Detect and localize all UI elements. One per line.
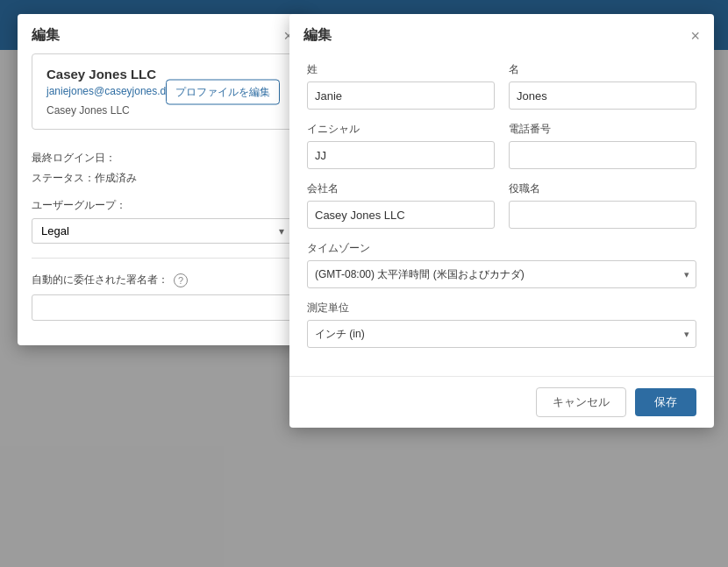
modal-right-close-button[interactable]: × bbox=[690, 28, 700, 44]
timezone-label: タイムゾーン bbox=[307, 241, 696, 256]
save-button[interactable]: 保存 bbox=[635, 388, 696, 416]
auto-assign-label: 自動的に委任された署名者： ? bbox=[32, 273, 293, 287]
status-row: ステータス：作成済み bbox=[32, 171, 293, 186]
modal-left-title: 編集 bbox=[32, 26, 60, 45]
first-name-label: 名 bbox=[509, 62, 696, 77]
modal-edit-right: 編集 × 姓 名 イニシャル 電話番号 bbox=[289, 14, 714, 428]
modal-edit-left: 編集 × Casey Jones LLC janiejones@caseyjon… bbox=[18, 14, 307, 345]
form-col-lastname: 姓 bbox=[307, 62, 495, 110]
auto-assign-input[interactable] bbox=[32, 294, 293, 321]
form-col-phone: 電話番号 bbox=[509, 122, 696, 169]
profile-sub-company: Casey Jones LLC bbox=[46, 104, 278, 117]
modal-left-body: 最終ログイン日： ステータス：作成済み ユーザーグループ： Legal Admi… bbox=[18, 144, 307, 328]
modal-left-header: 編集 × bbox=[18, 14, 307, 53]
form-col-timezone: タイムゾーン (GMT-08:00) 太平洋時間 (米国およびカナダ) (GMT… bbox=[307, 241, 696, 288]
modal-right-header: 編集 × bbox=[289, 14, 714, 53]
form-col-jobtitle: 役職名 bbox=[509, 181, 696, 229]
company-label: 会社名 bbox=[307, 181, 495, 196]
first-name-input[interactable] bbox=[509, 82, 696, 110]
edit-profile-button[interactable]: プロファイルを編集 bbox=[166, 79, 280, 104]
form-col-initials: イニシャル bbox=[307, 122, 495, 169]
phone-input[interactable] bbox=[509, 141, 696, 169]
auto-assign-text: 自動的に委任された署名者： bbox=[32, 273, 168, 287]
status-label: ステータス：作成済み bbox=[32, 172, 137, 184]
cancel-button[interactable]: キャンセル bbox=[536, 387, 626, 417]
measurement-label: 測定単位 bbox=[307, 301, 696, 315]
last-login-row: 最終ログイン日： bbox=[32, 151, 293, 166]
timezone-select-wrapper: (GMT-08:00) 太平洋時間 (米国およびカナダ) (GMT-05:00)… bbox=[307, 260, 696, 288]
form-row-measurement: 測定単位 インチ (in) センチメートル (cm) ▾ bbox=[307, 301, 696, 348]
form-col-measurement: 測定単位 インチ (in) センチメートル (cm) ▾ bbox=[307, 301, 696, 348]
form-row-name: 姓 名 bbox=[307, 62, 696, 110]
company-input[interactable] bbox=[307, 201, 495, 229]
modal-right-footer: キャンセル 保存 bbox=[289, 376, 714, 428]
measurement-select[interactable]: インチ (in) センチメートル (cm) bbox=[307, 320, 696, 348]
phone-label: 電話番号 bbox=[509, 122, 696, 137]
job-title-input[interactable] bbox=[509, 201, 696, 229]
timezone-select[interactable]: (GMT-08:00) 太平洋時間 (米国およびカナダ) (GMT-05:00)… bbox=[307, 260, 696, 288]
profile-card: Casey Jones LLC janiejones@caseyjones.do… bbox=[32, 53, 293, 130]
form-col-company: 会社名 bbox=[307, 181, 495, 229]
last-login-label: 最終ログイン日： bbox=[32, 152, 116, 164]
measurement-select-wrapper: インチ (in) センチメートル (cm) ▾ bbox=[307, 320, 696, 348]
initials-label: イニシャル bbox=[307, 122, 495, 137]
form-col-firstname: 名 bbox=[509, 62, 696, 110]
info-icon[interactable]: ? bbox=[174, 273, 188, 287]
user-group-select-wrapper: Legal Admin Finance HR ▾ bbox=[32, 218, 293, 244]
divider bbox=[32, 258, 293, 259]
last-name-input[interactable] bbox=[307, 82, 495, 110]
user-group-label: ユーザーグループ： bbox=[32, 198, 293, 213]
form-row-initials-phone: イニシャル 電話番号 bbox=[307, 122, 696, 169]
job-title-label: 役職名 bbox=[509, 181, 696, 196]
initials-input[interactable] bbox=[307, 141, 495, 169]
user-group-select[interactable]: Legal Admin Finance HR bbox=[32, 218, 293, 244]
form-row-company-job: 会社名 役職名 bbox=[307, 181, 696, 229]
modal-right-title: 編集 bbox=[303, 26, 332, 45]
form-row-timezone: タイムゾーン (GMT-08:00) 太平洋時間 (米国およびカナダ) (GMT… bbox=[307, 241, 696, 288]
last-name-label: 姓 bbox=[307, 62, 495, 77]
form-grid: 姓 名 イニシャル 電話番号 会社名 bbox=[289, 53, 714, 369]
